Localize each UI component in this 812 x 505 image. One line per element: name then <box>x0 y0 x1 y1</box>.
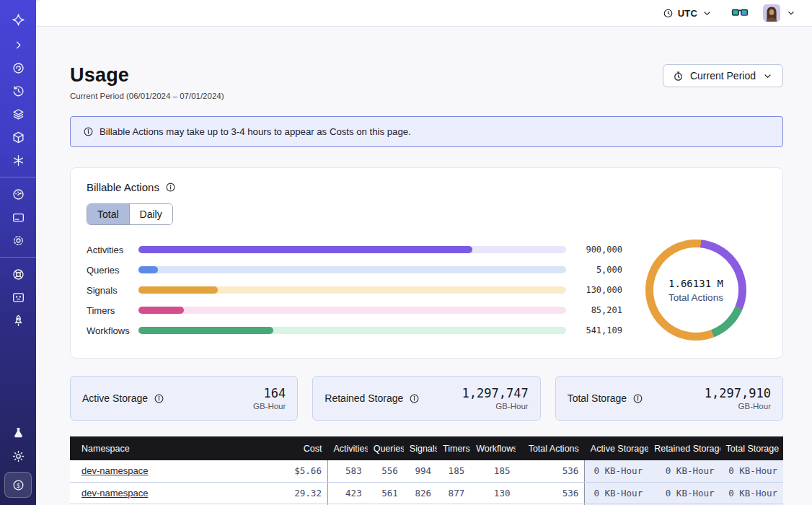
billing-card-icon <box>12 211 25 224</box>
page-title: Usage <box>70 64 224 87</box>
sidebar-item-deployments-cube[interactable] <box>5 126 31 149</box>
sidebar-item-theme-sun[interactable] <box>5 444 31 467</box>
cell-timers: 185 <box>437 460 470 482</box>
nexus-asterisk-icon <box>12 154 25 167</box>
sidebar-item-billing-card[interactable] <box>5 206 31 229</box>
clock-icon <box>663 8 674 19</box>
info-banner: Billable Actions may take up to 3-4 hour… <box>70 116 783 147</box>
sidebar-item-labs-flask[interactable] <box>5 421 31 444</box>
billable-actions-title: Billable Actions <box>87 181 159 193</box>
bar-fill <box>138 246 472 253</box>
support-lifebuoy-icon <box>12 268 25 281</box>
page-header: Usage Current Period (06/01/2024 – 07/01… <box>70 64 783 100</box>
timezone-label: UTC <box>678 8 697 19</box>
col-header-timers: Timers <box>437 436 470 460</box>
bar-chart: Activities900,000Queries5,000Signals130,… <box>87 246 625 335</box>
storage-card-label: Active Storage <box>82 392 148 404</box>
settings-gear-icon <box>12 234 25 247</box>
getting-started-rocket-icon <box>12 314 25 328</box>
table-row: dev-namespace29.324235618268771305360 KB… <box>70 482 783 504</box>
cell-cost: $5.66 <box>257 460 327 482</box>
cell-queries: 561 <box>368 482 404 504</box>
bar-value: 85,201 <box>566 305 622 315</box>
sidebar-item-history-clock[interactable] <box>5 79 31 102</box>
col-header-signals: Signals <box>404 436 437 460</box>
namespace-link[interactable]: dev-namespace <box>81 488 149 499</box>
current-period-dropdown[interactable]: Current Period <box>663 64 783 87</box>
timezone-selector[interactable]: UTC <box>663 8 712 19</box>
col-header-total-storage: Total Storage <box>720 436 783 460</box>
total-actions-value: 1.66131 M <box>668 278 723 289</box>
col-header-cost: Cost <box>257 436 327 460</box>
user-avatar[interactable] <box>763 4 780 22</box>
storage-card-total-storage: Total Storage 1,297,910 GB-Hour <box>555 376 783 421</box>
cell-active-storage: 0 KB-Hour <box>585 482 648 504</box>
chevron-down-icon <box>762 71 773 82</box>
bar-track <box>138 307 566 314</box>
sidebar-item-temporal-logo[interactable] <box>5 6 31 33</box>
bar-track <box>138 286 566 294</box>
sidebar-item-namespaces[interactable] <box>5 56 31 79</box>
table-header-row: NamespaceCostActivitiesQueriesSignalsTim… <box>70 436 783 460</box>
glasses-icon[interactable] <box>731 6 749 20</box>
col-header-active-storage: Active Storage <box>585 436 648 460</box>
cell-timers: 877 <box>437 482 470 504</box>
info-icon[interactable] <box>409 393 420 404</box>
cell-total-storage: 0 KB-Hour <box>720 460 783 482</box>
bar-value: 900,000 <box>566 245 622 255</box>
donut-chart: 1.66131 M Total Actions <box>625 240 767 341</box>
bar-row-workflows: Workflows541,109 <box>87 327 622 335</box>
sidebar-item-settings-gear[interactable] <box>5 229 31 252</box>
content: Usage Current Period (06/01/2024 – 07/01… <box>36 27 812 505</box>
cell-queries: 556 <box>368 460 404 482</box>
info-icon[interactable] <box>154 393 164 404</box>
billable-actions-card: Billable Actions TotalDaily Activities90… <box>70 167 783 359</box>
donut-ring: 1.66131 M Total Actions <box>645 240 746 341</box>
table-row: dev-namespace$5.665835569941851855360 KB… <box>70 460 783 482</box>
account-chevron-down-icon[interactable] <box>786 8 796 18</box>
cell-total-storage: 0 KB-Hour <box>720 482 783 504</box>
bar-row-activities: Activities900,000 <box>87 246 622 254</box>
tab-daily[interactable]: Daily <box>129 204 172 224</box>
page-title-block: Usage Current Period (06/01/2024 – 07/01… <box>70 64 224 100</box>
storage-card-value: 1,297,747 <box>462 386 529 400</box>
col-header-queries: Queries <box>368 436 404 460</box>
chevron-down-icon <box>702 8 712 19</box>
bar-value: 5,000 <box>566 265 622 275</box>
bar-fill <box>138 307 184 314</box>
cell-workflows: 185 <box>470 460 516 482</box>
layers-icon <box>12 107 25 121</box>
cell-active-storage: 0 KB-Hour <box>585 460 648 482</box>
bar-label: Queries <box>87 265 138 276</box>
bar-track <box>138 246 566 253</box>
sidebar-item-getting-started-rocket[interactable] <box>5 309 31 332</box>
sidebar-item-usage-dollar[interactable]: $ <box>4 472 32 498</box>
info-icon <box>83 126 94 137</box>
sidebar-item-support-lifebuoy[interactable] <box>5 263 31 286</box>
sidebar-item-usage-gauge[interactable] <box>5 183 31 206</box>
sidebar-item-layers[interactable] <box>5 102 31 126</box>
bar-fill <box>138 286 218 294</box>
current-period-label: Current Period <box>690 70 756 82</box>
labs-flask-icon <box>12 426 25 440</box>
expand-chevron-icon <box>12 38 25 52</box>
sidebar-item-nexus-asterisk[interactable] <box>5 149 31 172</box>
storage-card-label: Total Storage <box>568 392 627 404</box>
topbar: UTC <box>36 0 812 27</box>
app-window: $ UTC <box>0 0 812 505</box>
info-icon[interactable] <box>632 393 643 404</box>
tab-total[interactable]: Total <box>87 204 129 224</box>
cell-namespace: dev-namespace <box>70 482 257 504</box>
namespaces-icon <box>12 61 25 75</box>
bar-track <box>138 327 566 334</box>
sidebar-item-docs-terminal[interactable] <box>5 286 31 309</box>
storage-card-value: 1,297,910 <box>705 386 771 400</box>
storage-card-unit: GB-Hour <box>462 402 529 410</box>
svg-text:$: $ <box>16 481 19 488</box>
sidebar-item-expand-chevron[interactable] <box>5 33 31 56</box>
bar-value: 130,000 <box>566 285 622 295</box>
sidebar-divider <box>0 177 36 177</box>
namespace-link[interactable]: dev-namespace <box>81 465 149 476</box>
cell-workflows: 130 <box>470 482 516 504</box>
info-icon[interactable] <box>165 182 176 193</box>
